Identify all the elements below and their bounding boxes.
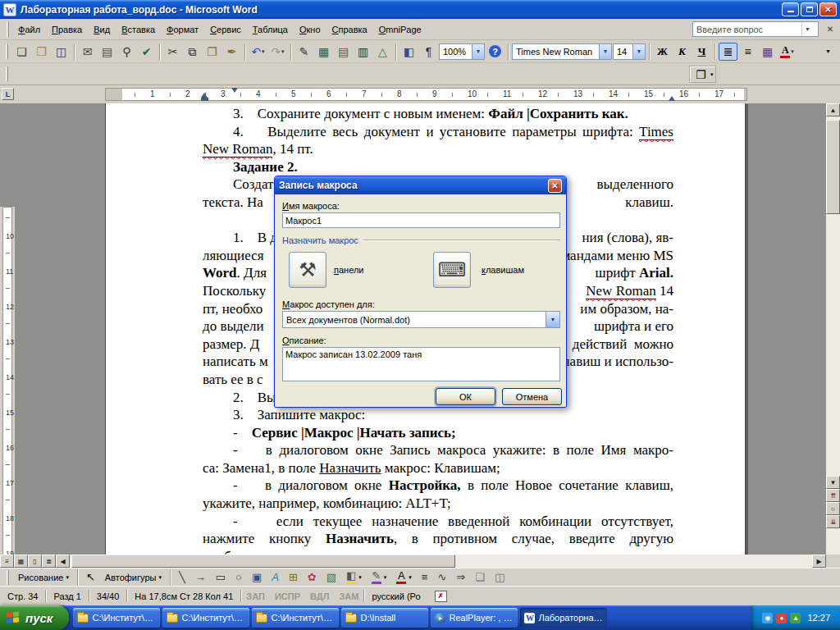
scroll-right-button[interactable]: ▶: [812, 555, 826, 568]
wordart-icon[interactable]: А: [267, 570, 283, 585]
web-layout-view-button[interactable]: ▦: [14, 555, 28, 568]
minimize-button[interactable]: [782, 2, 799, 16]
chevron-down-icon[interactable]: ▾: [710, 71, 714, 78]
chevron-down-icon[interactable]: ▼: [546, 312, 559, 327]
text-box-icon[interactable]: ▣: [248, 570, 266, 585]
cancel-button[interactable]: Отмена: [502, 388, 562, 405]
first-line-indent-marker[interactable]: [231, 88, 238, 93]
line-icon[interactable]: ╲: [175, 570, 189, 585]
ask-question-input[interactable]: [696, 25, 801, 34]
chevron-down-icon[interactable]: ▼: [801, 22, 813, 36]
italic-button[interactable]: К: [673, 43, 692, 61]
arrow-style-icon[interactable]: ⇒: [452, 570, 469, 585]
open-icon[interactable]: ❒: [32, 43, 51, 61]
chevron-down-icon[interactable]: ▼: [472, 44, 484, 59]
drawing-icon[interactable]: △: [373, 43, 392, 61]
show-hide-icon[interactable]: ¶: [419, 43, 438, 61]
title-bar[interactable]: W Лабораторная работа_ворд.doc - Microso…: [0, 0, 840, 19]
select-browse-object-button[interactable]: ○: [826, 502, 840, 515]
chevron-down-icon[interactable]: ▾: [262, 48, 265, 55]
chevron-down-icon[interactable]: ▼: [632, 44, 645, 59]
dash-style-icon[interactable]: ∿: [433, 570, 450, 585]
toolbar-grip[interactable]: [7, 570, 9, 585]
zoom-combobox[interactable]: 100%▼: [439, 43, 485, 60]
mode-indicator[interactable]: ИСПР: [270, 591, 305, 601]
align-justify-icon[interactable]: ≣: [719, 43, 737, 61]
clip-art-icon[interactable]: ✿: [304, 570, 321, 585]
menu-item-1[interactable]: Файл: [12, 21, 46, 39]
scrollbar-track[interactable]: [70, 555, 812, 568]
save-icon[interactable]: ◫: [52, 43, 71, 61]
scroll-up-button[interactable]: ▲: [826, 103, 840, 116]
menu-item-4[interactable]: Вставка: [116, 21, 161, 39]
macro-available-combobox[interactable]: Всех документов (Normal.dot) ▼: [282, 311, 560, 328]
line-color-icon[interactable]: ✎▾: [368, 570, 391, 585]
ask-question-box[interactable]: ▼: [692, 21, 819, 37]
3d-style-icon[interactable]: ◫: [491, 570, 509, 585]
scrollbar-thumb[interactable]: [826, 120, 840, 214]
taskbar-task[interactable]: C:\Институт\К...: [73, 608, 160, 628]
print-layout-view-button[interactable]: ▯: [28, 555, 42, 568]
fill-color-icon[interactable]: ◧▾: [342, 570, 366, 585]
line-style-icon[interactable]: ≡: [418, 570, 432, 585]
underline-button[interactable]: Ч: [692, 43, 711, 61]
bold-button[interactable]: Ж: [653, 43, 672, 61]
browse-previous-button[interactable]: ⇈: [826, 489, 840, 502]
description-textarea[interactable]: Макрос записан 13.02.2009 таня: [282, 347, 560, 381]
ok-button[interactable]: ОК: [436, 388, 495, 405]
copy-icon[interactable]: ⧉: [183, 43, 202, 61]
rectangle-icon[interactable]: ▭: [212, 570, 230, 585]
taskbar-task[interactable]: C:\Институт\Л...: [162, 608, 249, 628]
toolbar-options-button[interactable]: ▾: [819, 43, 838, 61]
mode-indicator[interactable]: ЗАП: [241, 591, 270, 601]
font-color-button[interactable]: А ▾: [778, 43, 797, 61]
menu-item-2[interactable]: Правка: [46, 21, 88, 39]
close-button[interactable]: ✕: [819, 2, 837, 16]
document-map-icon[interactable]: ◧: [399, 43, 418, 61]
redo-icon[interactable]: ↷▾: [268, 43, 287, 61]
select-objects-icon[interactable]: ↖: [82, 570, 99, 585]
new-blank-document-icon[interactable]: ❏: [12, 43, 31, 61]
borders-icon[interactable]: ▦: [758, 43, 777, 61]
menu-item-8[interactable]: Окно: [294, 21, 326, 39]
tray-icon-3[interactable]: ▲: [790, 613, 801, 623]
arrow-icon[interactable]: →: [191, 570, 210, 585]
tray-icon-1[interactable]: ◉: [762, 613, 773, 623]
macro-name-input[interactable]: [282, 212, 560, 228]
toolbar-grip[interactable]: [6, 66, 8, 81]
font-size-combobox[interactable]: 14 ▼: [613, 43, 646, 60]
chevron-down-icon[interactable]: ▾: [281, 48, 285, 55]
print-icon[interactable]: ▤: [98, 43, 116, 61]
scroll-left-button[interactable]: ◀: [56, 555, 70, 568]
mode-indicator[interactable]: ЗАМ: [334, 591, 363, 601]
scroll-down-button[interactable]: ▼: [826, 476, 840, 489]
menu-item-7[interactable]: Таблица: [247, 21, 294, 39]
outline-view-button[interactable]: ≣: [42, 555, 56, 568]
paste-icon[interactable]: ❐: [203, 43, 221, 61]
oval-icon[interactable]: ○: [231, 570, 246, 585]
start-button[interactable]: пуск: [0, 605, 69, 630]
diagram-icon[interactable]: ⊞: [285, 570, 302, 585]
chevron-down-icon[interactable]: ▼: [599, 44, 611, 59]
print-preview-icon[interactable]: ⚲: [117, 43, 136, 61]
chevron-down-icon[interactable]: ▾: [791, 48, 794, 55]
spelling-status-icon[interactable]: ✗: [428, 591, 447, 602]
mode-indicator[interactable]: ВДЛ: [305, 591, 334, 601]
browse-next-button[interactable]: ⇊: [826, 515, 840, 528]
assign-to-keyboard-button[interactable]: ⌨: [433, 252, 471, 288]
toolbar-grip[interactable]: [7, 22, 9, 37]
menu-item-3[interactable]: Вид: [88, 21, 116, 39]
taskbar-task[interactable]: D:\Install: [341, 608, 428, 628]
draw-menu-button[interactable]: Рисование▾: [14, 570, 73, 585]
taskbar-task[interactable]: ▸RealPlayer: , не...: [431, 608, 518, 628]
tray-icon-2[interactable]: ●: [776, 613, 787, 623]
email-icon[interactable]: ✉: [78, 43, 97, 61]
font-name-combobox[interactable]: Times New Roman ▼: [512, 43, 612, 60]
reading-mode-button[interactable]: ❐: [692, 66, 710, 84]
taskbar-task[interactable]: WЛабораторная ...: [520, 608, 607, 628]
assign-to-toolbars-button[interactable]: ⚒: [289, 252, 326, 288]
format-painter-icon[interactable]: ✒: [222, 43, 241, 61]
right-indent-marker[interactable]: [669, 96, 675, 101]
autoshapes-menu-button[interactable]: Автофигуры▾: [101, 570, 166, 585]
insert-excel-icon[interactable]: ▤: [334, 43, 353, 61]
